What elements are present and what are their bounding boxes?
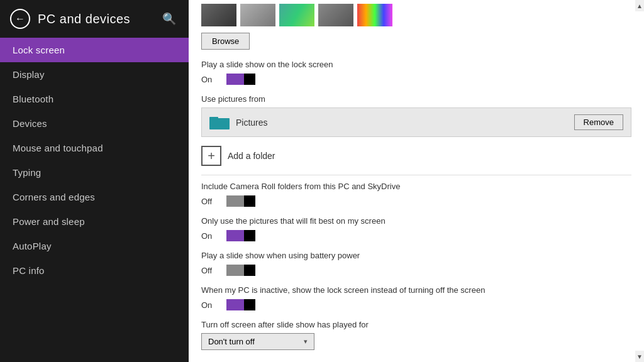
- back-button[interactable]: ←: [10, 9, 30, 29]
- battery-toggle[interactable]: [226, 264, 255, 277]
- turn-off-label: Turn off screen after slide show has pla…: [201, 320, 631, 329]
- toggle-active-part: [226, 74, 244, 85]
- toggle-thumb: [244, 195, 255, 207]
- sidebar-item-display[interactable]: Display: [0, 62, 189, 87]
- sidebar: ← PC and devices 🔍 Lock screen Display B…: [0, 0, 189, 362]
- sidebar-item-pc-info[interactable]: PC info: [0, 258, 189, 283]
- fit-pictures-state: On: [201, 231, 220, 241]
- toggle-thumb: [244, 74, 255, 85]
- folder-name: Pictures: [236, 118, 574, 128]
- toggle-active-part: [226, 230, 244, 241]
- inactive-state: On: [201, 300, 220, 310]
- battery-row: Off: [201, 264, 631, 277]
- battery-state: Off: [201, 266, 220, 275]
- browse-button[interactable]: Browse: [201, 33, 250, 50]
- toggle-inactive-part: [226, 195, 244, 207]
- camera-roll-label: Include Camera Roll folders from this PC…: [201, 182, 631, 191]
- battery-section: Play a slide show when using battery pow…: [201, 251, 631, 277]
- slide-show-row: On: [201, 73, 631, 85]
- turn-off-section: Turn off screen after slide show has pla…: [201, 320, 631, 350]
- thumbnail-5[interactable]: [357, 4, 392, 26]
- thumbnail-1[interactable]: [201, 4, 236, 26]
- toggle-thumb: [244, 230, 255, 241]
- dropdown-value: Don't turn off: [208, 337, 255, 346]
- fit-pictures-toggle[interactable]: [226, 229, 255, 242]
- toggle-thumb: [244, 299, 255, 310]
- sidebar-item-devices[interactable]: Devices: [0, 111, 189, 136]
- thumbnails-row: [201, 0, 631, 26]
- sidebar-item-bluetooth[interactable]: Bluetooth: [0, 87, 189, 111]
- toggle-active-part: [226, 299, 244, 310]
- inactive-toggle-track: [226, 299, 255, 310]
- sidebar-header: ← PC and devices 🔍: [0, 0, 189, 38]
- battery-label: Play a slide show when using battery pow…: [201, 251, 631, 260]
- use-pictures-label: Use pictures from: [201, 94, 631, 104]
- dropdown-container: Don't turn off ▾: [201, 333, 631, 350]
- slide-show-state: On: [201, 75, 220, 84]
- main-content: ▲ Browse Play a slide show on the lock s…: [189, 0, 644, 362]
- camera-roll-row: Off: [201, 195, 631, 207]
- sidebar-title: PC and devices: [38, 12, 130, 26]
- battery-toggle-track: [226, 265, 255, 276]
- camera-roll-toggle-track: [226, 195, 255, 207]
- scroll-down-arrow[interactable]: ▼: [635, 351, 644, 362]
- inactive-toggle[interactable]: [226, 299, 255, 311]
- toggle-thumb: [244, 265, 255, 276]
- add-folder-label: Add a folder: [228, 151, 275, 161]
- use-pictures-section: Use pictures from Pictures Remove: [201, 94, 631, 137]
- back-icon: ←: [15, 13, 25, 25]
- slide-show-toggle[interactable]: [226, 73, 255, 85]
- fit-pictures-toggle-track: [226, 230, 255, 241]
- folder-container: Pictures Remove: [201, 107, 631, 137]
- inactive-label: When my PC is inactive, show the lock sc…: [201, 285, 631, 295]
- thumbnail-2[interactable]: [240, 4, 275, 26]
- divider-1: [201, 175, 631, 175]
- add-folder-icon: +: [201, 146, 221, 166]
- scroll-up-arrow[interactable]: ▲: [635, 0, 644, 11]
- sidebar-item-corners-edges[interactable]: Corners and edges: [0, 185, 189, 209]
- slide-show-section: Play a slide show on the lock screen On: [201, 60, 631, 85]
- sidebar-item-mouse-touchpad[interactable]: Mouse and touchpad: [0, 136, 189, 160]
- fit-pictures-label: Only use the pictures that will fit best…: [201, 216, 631, 226]
- slide-show-label: Play a slide show on the lock screen: [201, 60, 631, 69]
- folder-icon: [209, 115, 230, 130]
- search-icon[interactable]: 🔍: [160, 9, 179, 28]
- sidebar-item-autoplay[interactable]: AutoPlay: [0, 234, 189, 258]
- dropdown-arrow-icon: ▾: [304, 337, 308, 346]
- thumbnail-3[interactable]: [279, 4, 314, 26]
- fit-pictures-row: On: [201, 229, 631, 242]
- inactive-section: When my PC is inactive, show the lock sc…: [201, 285, 631, 311]
- sidebar-item-power-sleep[interactable]: Power and sleep: [0, 209, 189, 234]
- add-folder-row[interactable]: + Add a folder: [201, 146, 631, 166]
- turn-off-dropdown[interactable]: Don't turn off ▾: [201, 333, 314, 350]
- sidebar-item-typing[interactable]: Typing: [0, 160, 189, 185]
- inactive-row: On: [201, 299, 631, 311]
- remove-button[interactable]: Remove: [574, 114, 623, 130]
- sidebar-item-lock-screen[interactable]: Lock screen: [0, 38, 189, 62]
- svg-rect-1: [209, 117, 218, 120]
- toggle-inactive-part: [226, 265, 244, 276]
- nav-list: Lock screen Display Bluetooth Devices Mo…: [0, 38, 189, 362]
- camera-roll-state: Off: [201, 197, 220, 206]
- camera-roll-toggle[interactable]: [226, 195, 255, 207]
- thumbnail-4[interactable]: [318, 4, 353, 26]
- camera-roll-section: Include Camera Roll folders from this PC…: [201, 182, 631, 207]
- fit-pictures-section: Only use the pictures that will fit best…: [201, 216, 631, 242]
- slide-show-toggle-track: [226, 74, 255, 85]
